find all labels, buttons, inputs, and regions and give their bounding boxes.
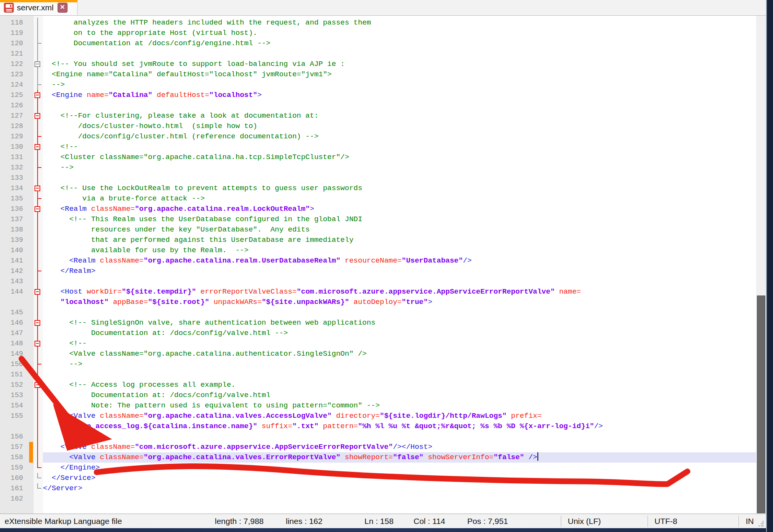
code-line[interactable]: "localhost" appBase="${site.root}" unpac… bbox=[0, 297, 756, 307]
fold-margin-cell bbox=[33, 338, 43, 349]
code-line[interactable]: 132 --> bbox=[0, 163, 756, 173]
fold-collapse-icon[interactable] bbox=[35, 289, 40, 295]
code-line[interactable]: 137 <!-- This Realm uses the UserDatabas… bbox=[0, 214, 756, 225]
code-line[interactable]: 162 bbox=[0, 494, 756, 504]
code-text: <!-- SingleSignOn valve, share authentic… bbox=[43, 318, 756, 328]
code-line[interactable]: 118 analyzes the HTTP headers included w… bbox=[0, 18, 756, 28]
fold-collapse-icon[interactable] bbox=[35, 61, 40, 67]
code-line[interactable]: "site_access_log.${catalina.instance.nam… bbox=[0, 421, 756, 432]
code-line[interactable]: 123 <Engine name="Catalina" defaultHost=… bbox=[0, 69, 756, 80]
code-text: analyzes the HTTP headers included with … bbox=[43, 18, 756, 28]
code-token bbox=[507, 412, 511, 420]
line-number: 153 bbox=[0, 390, 29, 401]
code-token bbox=[96, 453, 100, 461]
fold-collapse-icon[interactable] bbox=[35, 382, 40, 388]
code-line[interactable]: 140 available for use by the Realm. --> bbox=[0, 245, 756, 256]
line-number: 154 bbox=[0, 401, 29, 411]
code-line[interactable]: 151 bbox=[0, 369, 756, 380]
background-window-edge bbox=[766, 0, 773, 532]
vertical-scrollbar[interactable] bbox=[756, 16, 766, 514]
code-line[interactable]: 130 <!-- bbox=[0, 142, 756, 152]
code-token bbox=[87, 205, 91, 213]
code-line[interactable]: 120 Documentation at /docs/config/engine… bbox=[0, 38, 756, 49]
fold-margin-cell bbox=[33, 28, 43, 38]
code-line[interactable]: 147 Documentation at: /docs/config/valve… bbox=[0, 328, 756, 338]
code-text: --> bbox=[43, 163, 756, 173]
code-token: "localhost" bbox=[209, 91, 257, 99]
marker-margin bbox=[29, 411, 33, 421]
fold-collapse-icon[interactable] bbox=[35, 320, 40, 326]
fold-margin-cell bbox=[33, 121, 43, 131]
code-line[interactable]: 125 <Engine name="Catalina" defaultHost=… bbox=[0, 90, 756, 100]
line-number: 155 bbox=[0, 411, 29, 421]
code-text: </Service> bbox=[43, 473, 756, 483]
code-line[interactable]: 135 via a brute-force attack --> bbox=[0, 194, 756, 204]
code-token: "false" bbox=[493, 453, 524, 461]
fold-collapse-icon[interactable] bbox=[35, 92, 40, 98]
code-line[interactable]: 153 Documentation at: /docs/config/valve… bbox=[0, 390, 756, 401]
code-line[interactable]: 134 <!-- Use the LockOutRealm to prevent… bbox=[0, 183, 756, 194]
fold-margin-cell bbox=[33, 276, 43, 287]
code-editor[interactable]: 118 analyzes the HTTP headers included w… bbox=[0, 16, 756, 514]
code-line[interactable]: 138 resources under the key "UserDatabas… bbox=[0, 225, 756, 235]
code-line[interactable]: 128 /docs/cluster-howto.html (simple how… bbox=[0, 121, 756, 131]
code-line[interactable]: 126 bbox=[0, 100, 756, 111]
current-code-line[interactable]: 158 <Valve className="org.apache.catalin… bbox=[0, 452, 756, 463]
code-line[interactable]: 143 bbox=[0, 276, 756, 287]
code-token: --> bbox=[43, 80, 65, 89]
marker-margin bbox=[29, 90, 33, 100]
code-line[interactable]: 161</Server> bbox=[0, 483, 756, 494]
code-token: "${site.logdir}/http/RawLogs" bbox=[380, 412, 507, 420]
code-text: <!-- You should set jvmRoute to support … bbox=[43, 59, 756, 69]
code-text: </Engine> bbox=[43, 463, 756, 473]
close-tab-icon[interactable]: ✕ bbox=[58, 3, 68, 13]
taskbar-strip bbox=[0, 528, 766, 532]
code-token: name= bbox=[559, 287, 581, 296]
fold-collapse-icon[interactable] bbox=[35, 206, 40, 212]
code-line[interactable]: 129 /docs/config/cluster.html (reference… bbox=[0, 131, 756, 142]
code-line[interactable]: 144 <Host workDir="${site.tempdir}" erro… bbox=[0, 287, 756, 297]
code-line[interactable]: 154 Note: The pattern used is equivalent… bbox=[0, 401, 756, 411]
code-token bbox=[96, 412, 100, 420]
code-line[interactable]: 133 bbox=[0, 173, 756, 183]
code-line[interactable]: 127 <!--For clustering, please take a lo… bbox=[0, 111, 756, 121]
fold-collapse-icon[interactable] bbox=[35, 186, 40, 191]
scrollbar-thumb[interactable] bbox=[757, 296, 765, 513]
code-line[interactable]: 136 <Realm className="org.apache.catalin… bbox=[0, 204, 756, 214]
fold-collapse-icon[interactable] bbox=[35, 341, 40, 346]
code-line[interactable]: 149 <Valve className="org.apache.catalin… bbox=[0, 349, 756, 359]
code-line[interactable]: 160 </Service> bbox=[0, 473, 756, 483]
fold-collapse-icon[interactable] bbox=[35, 144, 40, 150]
code-line[interactable]: 141 <Realm className="org.apache.catalin… bbox=[0, 256, 756, 266]
code-line[interactable]: 119 on to the appropriate Host (virtual … bbox=[0, 28, 756, 38]
code-token: Documentation at: /docs/config/valve.htm… bbox=[43, 391, 270, 399]
code-line[interactable]: 150 --> bbox=[0, 359, 756, 369]
marker-margin bbox=[29, 369, 33, 380]
code-line[interactable]: 148 <!-- bbox=[0, 338, 756, 349]
code-line[interactable]: 131 <Cluster className="org.apache.catal… bbox=[0, 152, 756, 163]
marker-margin bbox=[29, 432, 33, 442]
line-number: 137 bbox=[0, 214, 29, 225]
code-line[interactable]: 159 </Engine> bbox=[0, 463, 756, 473]
code-line[interactable]: 155 <Valve className="org.apache.catalin… bbox=[0, 411, 756, 421]
code-token: /></Host> bbox=[393, 443, 432, 451]
resize-grip-icon[interactable] bbox=[758, 521, 764, 527]
code-line[interactable]: 157 <Valve className="com.microsoft.azur… bbox=[0, 442, 756, 452]
code-line[interactable]: 152 <!-- Access log processes all exampl… bbox=[0, 380, 756, 390]
fold-collapse-icon[interactable] bbox=[35, 113, 40, 119]
code-token: </Server> bbox=[43, 484, 82, 493]
code-line[interactable]: 142 </Realm> bbox=[0, 266, 756, 276]
line-number: 121 bbox=[0, 49, 29, 59]
code-line[interactable]: 156 bbox=[0, 432, 756, 442]
code-line[interactable]: 139 that are performed against this User… bbox=[0, 235, 756, 245]
code-token: "false" bbox=[393, 453, 424, 461]
code-line[interactable]: 121 bbox=[0, 49, 756, 59]
code-line[interactable]: 145 bbox=[0, 307, 756, 318]
fold-margin-cell bbox=[33, 287, 43, 297]
code-line[interactable]: 122 <!-- You should set jvmRoute to supp… bbox=[0, 59, 756, 69]
code-line[interactable]: 124 --> bbox=[0, 80, 756, 90]
marker-margin bbox=[29, 349, 33, 359]
fold-margin-cell bbox=[33, 442, 43, 452]
code-line[interactable]: 146 <!-- SingleSignOn valve, share authe… bbox=[0, 318, 756, 328]
marker-margin bbox=[29, 297, 33, 307]
